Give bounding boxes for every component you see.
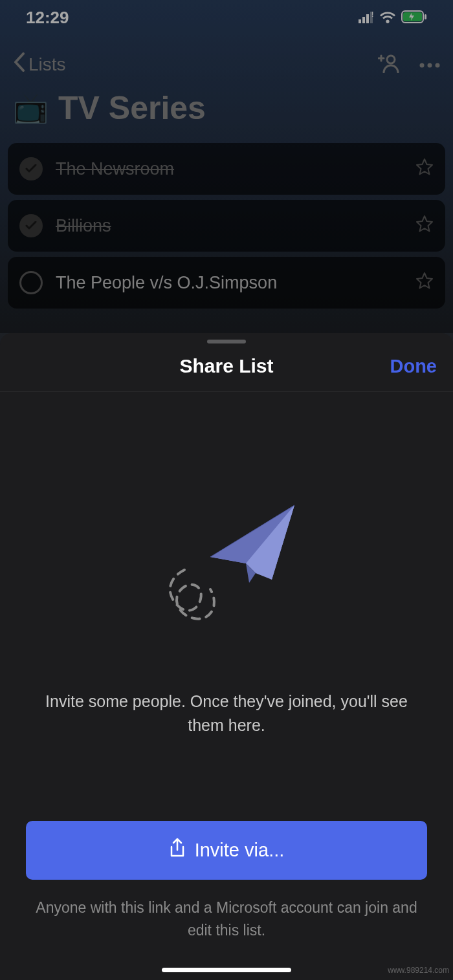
svg-point-11 — [436, 63, 440, 67]
back-label: Lists — [28, 54, 66, 75]
task-text: Billions — [56, 216, 403, 236]
svg-rect-1 — [362, 17, 365, 23]
sheet-title: Share List — [179, 355, 273, 377]
status-time: 12:29 — [26, 8, 69, 28]
wifi-icon — [379, 8, 396, 28]
status-bar: 12:29 ! — [0, 0, 453, 33]
sheet-header: Share List Done — [0, 343, 453, 392]
sheet-body: Invite some people. Once they've joined,… — [0, 392, 453, 821]
list-title: TV Series — [58, 89, 206, 127]
task-row[interactable]: Billions — [8, 200, 445, 252]
nav-actions — [378, 54, 440, 76]
footer-description: Anyone with this link and a Microsoft ac… — [26, 897, 427, 941]
invite-button-label: Invite via... — [195, 840, 285, 861]
checkbox-unchecked[interactable] — [19, 271, 43, 294]
watermark: www.989214.com — [388, 966, 449, 975]
star-icon[interactable] — [415, 158, 434, 180]
back-button[interactable]: Lists — [13, 52, 66, 76]
svg-point-8 — [387, 56, 395, 63]
chevron-left-icon — [13, 52, 25, 76]
task-text: The Newsroom — [56, 159, 403, 179]
checkbox-checked[interactable] — [19, 214, 43, 237]
status-right: ! — [359, 8, 427, 28]
checkbox-checked[interactable] — [19, 157, 43, 180]
task-list: The Newsroom Billions The People v/s O.J… — [0, 143, 453, 309]
share-sheet: Share List Done Invite some people. Once… — [0, 333, 453, 980]
battery-icon — [401, 8, 427, 28]
star-icon[interactable] — [415, 272, 434, 294]
task-text: The People v/s O.J.Simpson — [56, 273, 403, 293]
svg-rect-0 — [359, 19, 361, 23]
task-row[interactable]: The People v/s O.J.Simpson — [8, 257, 445, 309]
svg-point-10 — [428, 63, 432, 67]
sheet-footer: Invite via... Anyone with this link and … — [0, 821, 453, 980]
cellular-icon: ! — [359, 8, 374, 28]
svg-point-9 — [420, 63, 425, 67]
paper-plane-icon — [136, 476, 317, 657]
star-icon[interactable] — [415, 215, 434, 237]
add-person-icon[interactable] — [378, 54, 400, 76]
nav-bar: Lists — [0, 33, 453, 83]
svg-text:!: ! — [371, 12, 373, 18]
list-title-row: 📺 TV Series — [0, 83, 453, 143]
svg-rect-7 — [425, 14, 426, 19]
svg-rect-2 — [366, 14, 369, 23]
task-row[interactable]: The Newsroom — [8, 143, 445, 195]
home-indicator[interactable] — [162, 968, 291, 972]
invite-via-button[interactable]: Invite via... — [26, 821, 427, 880]
share-icon — [169, 838, 186, 863]
list-emoji: 📺 — [13, 91, 49, 125]
more-icon[interactable] — [419, 59, 440, 71]
invite-description: Invite some people. Once they've joined,… — [26, 690, 427, 737]
done-button[interactable]: Done — [390, 356, 437, 377]
